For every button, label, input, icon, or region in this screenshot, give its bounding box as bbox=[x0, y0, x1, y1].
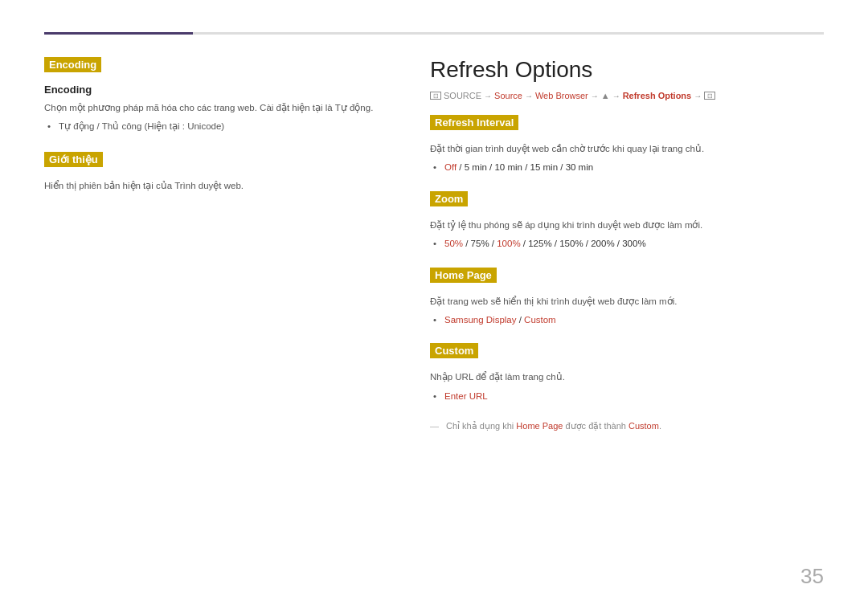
encoding-heading: Encoding bbox=[44, 57, 101, 72]
zoom-heading: Zoom bbox=[430, 191, 468, 206]
encoding-subtitle: Encoding bbox=[44, 84, 390, 96]
breadcrumb-source: SOURCE bbox=[444, 91, 481, 100]
note-text-1: Chỉ khả dụng khi bbox=[446, 421, 516, 431]
page-number: 35 bbox=[800, 564, 824, 589]
refresh-interval-bullets: Off / 5 min / 10 min / 15 min / 30 min bbox=[430, 160, 824, 174]
breadcrumb-arrow1: → bbox=[484, 92, 492, 100]
custom-description: Nhập URL để đặt làm trang chủ. bbox=[430, 370, 824, 384]
encoding-description: Chọn một phương pháp mã hóa cho các tran… bbox=[44, 100, 390, 115]
refresh-interval-section: Refresh Interval Đặt thời gian trình duy… bbox=[430, 115, 824, 175]
zoom-description: Đặt tỷ lệ thu phóng sẽ áp dụng khi trình… bbox=[430, 218, 824, 232]
breadcrumb-refresh-options: Refresh Options bbox=[623, 91, 692, 100]
gioi-thieu-description: Hiển thị phiên bản hiện tại của Trình du… bbox=[44, 178, 390, 193]
breadcrumb-arrow5: → bbox=[694, 92, 702, 100]
breadcrumb-end-icon: ⊡ bbox=[704, 92, 715, 100]
note-custom-link: Custom bbox=[628, 421, 659, 431]
divider-light bbox=[193, 32, 824, 35]
option-enter-url: Enter URL bbox=[444, 391, 488, 401]
homepage-description: Đặt trang web sẽ hiển thị khi trình duyệ… bbox=[430, 294, 824, 309]
zoom-section: Zoom Đặt tỷ lệ thu phóng sẽ áp dụng khi … bbox=[430, 191, 824, 251]
divider-dark bbox=[44, 32, 193, 35]
option-slash: / bbox=[516, 315, 524, 325]
note-period: . bbox=[659, 421, 661, 431]
left-column: Encoding Encoding Chọn một phương pháp m… bbox=[44, 57, 422, 581]
homepage-heading: Home Page bbox=[430, 268, 497, 283]
option-off: Off bbox=[444, 162, 457, 172]
option-50: 50% bbox=[444, 239, 463, 248]
breadcrumb-source-icon: ⊡ bbox=[430, 92, 441, 100]
option-100: 100% bbox=[497, 239, 520, 248]
zoom-bullets: 50% / 75% / 100% / 125% / 150% / 200% / … bbox=[430, 236, 824, 251]
homepage-section: Home Page Đặt trang web sẽ hiển thị khi … bbox=[430, 268, 824, 328]
breadcrumb-arrow4: → bbox=[612, 92, 620, 100]
main-content: Encoding Encoding Chọn một phương pháp m… bbox=[44, 57, 824, 581]
gioi-thieu-heading: Giới thiệu bbox=[44, 152, 103, 167]
breadcrumb: ⊡ SOURCE → Source → Web Browser → ▲ → Re… bbox=[430, 91, 824, 100]
custom-enter-url: Enter URL bbox=[444, 389, 824, 403]
option-rest: / 5 min / 10 min / 15 min / 30 min bbox=[457, 162, 593, 172]
option-custom: Custom bbox=[524, 315, 556, 325]
encoding-bullet-item: Tự động / Thủ công (Hiện tại : Unicode) bbox=[59, 119, 390, 133]
zoom-options: 50% / 75% / 100% / 125% / 150% / 200% / … bbox=[444, 236, 824, 251]
refresh-interval-description: Đặt thời gian trình duyệt web cần chờ tr… bbox=[430, 141, 824, 156]
gioi-thieu-section: Giới thiệu Hiển thị phiên bản hiện tại c… bbox=[44, 152, 390, 193]
breadcrumb-link-source: Source bbox=[494, 91, 522, 100]
refresh-interval-options: Off / 5 min / 10 min / 15 min / 30 min bbox=[444, 160, 824, 174]
option-125plus: / 125% / 150% / 200% / 300% bbox=[521, 239, 646, 248]
option-75: / 75% / bbox=[463, 239, 497, 248]
custom-section: Custom Nhập URL để đặt làm trang chủ. En… bbox=[430, 343, 824, 432]
homepage-bullets: Samsung Display / Custom bbox=[430, 313, 824, 327]
custom-note: Chỉ khả dụng khi Home Page được đặt thàn… bbox=[430, 419, 824, 433]
note-text-2: được đặt thành bbox=[563, 421, 628, 431]
page-title: Refresh Options bbox=[430, 57, 824, 83]
encoding-section: Encoding Encoding Chọn một phương pháp m… bbox=[44, 57, 390, 134]
homepage-options: Samsung Display / Custom bbox=[444, 313, 824, 327]
top-dividers bbox=[44, 32, 824, 35]
option-samsung-display: Samsung Display bbox=[444, 315, 516, 325]
custom-bullets: Enter URL bbox=[430, 389, 824, 403]
breadcrumb-up-icon: ▲ bbox=[601, 91, 610, 100]
breadcrumb-arrow2: → bbox=[525, 92, 533, 100]
refresh-interval-heading: Refresh Interval bbox=[430, 115, 518, 130]
encoding-bullets: Tự động / Thủ công (Hiện tại : Unicode) bbox=[44, 119, 390, 133]
breadcrumb-link-webbrowser: Web Browser bbox=[535, 91, 588, 100]
custom-heading: Custom bbox=[430, 343, 478, 358]
right-column: Refresh Options ⊡ SOURCE → Source → Web … bbox=[422, 57, 824, 581]
breadcrumb-arrow3: → bbox=[591, 92, 599, 100]
note-homepage-link: Home Page bbox=[516, 421, 563, 431]
page-container: Encoding Encoding Chọn một phương pháp m… bbox=[0, 0, 868, 613]
